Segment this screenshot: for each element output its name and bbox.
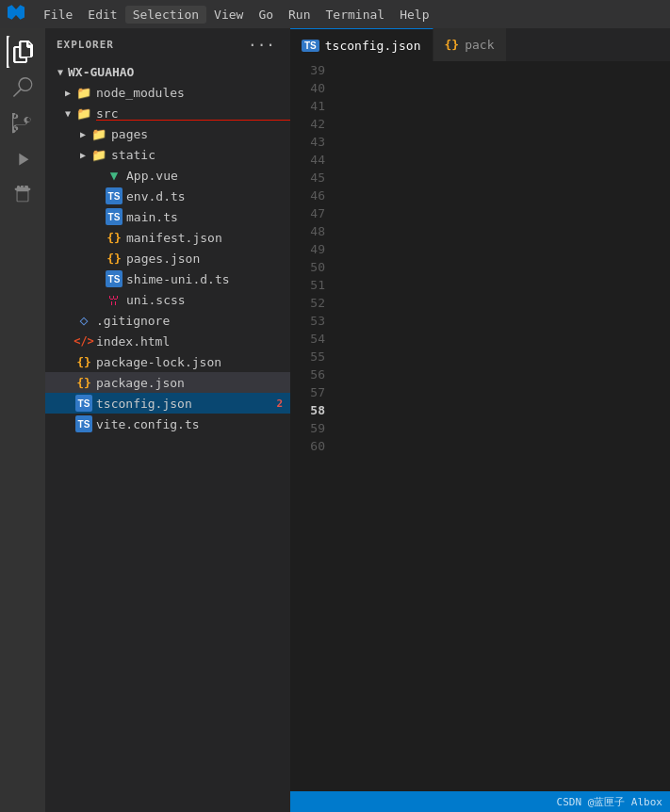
tree-item-app-vue[interactable]: ▶ ▼ App.vue xyxy=(45,165,290,186)
package-json-label: package.json xyxy=(96,376,290,390)
tree-item-package-json[interactable]: ▶ {} package.json xyxy=(45,372,290,393)
activity-files[interactable] xyxy=(7,36,39,68)
tsconfig-badge: 2 xyxy=(276,398,283,410)
pages-json-label: pages.json xyxy=(126,252,290,266)
env-dts-label: env.d.ts xyxy=(126,189,290,203)
tree-item-pages[interactable]: ▶ 📁 pages xyxy=(45,123,290,144)
activity-bar xyxy=(0,28,45,812)
line-number-50: 50 xyxy=(290,258,325,276)
line-number-46: 46 xyxy=(290,187,325,204)
static-label: static xyxy=(111,148,290,162)
tree-item-static[interactable]: ▶ 📁 static xyxy=(45,144,290,165)
uni-scss-icon: ꀕ xyxy=(106,291,123,308)
activity-run-debug[interactable] xyxy=(7,143,39,175)
line-number-45: 45 xyxy=(290,169,325,187)
node-modules-label: node_modules xyxy=(96,86,290,100)
vite-config-ts-icon: TS xyxy=(75,415,92,432)
tree-item-env-dts[interactable]: ▶ TS env.d.ts xyxy=(45,186,290,206)
main-ts-label: main.ts xyxy=(126,210,290,224)
tree-item-src[interactable]: ▼ 📁 src xyxy=(45,103,290,123)
menu-edit[interactable]: Edit xyxy=(80,6,124,24)
static-arrow-icon: ▶ xyxy=(75,147,90,162)
tree-item-main-ts[interactable]: ▶ TS main.ts xyxy=(45,206,290,227)
tree-item-gitignore[interactable]: ▶ ◇ .gitignore xyxy=(45,310,290,331)
main-layout: EXPLORER ··· ▼ WX-GUAHAO ▶ 📁 node_module… xyxy=(0,28,670,812)
menu-view[interactable]: View xyxy=(206,6,251,24)
line-number-41: 41 xyxy=(290,97,325,115)
index-html-label: index.html xyxy=(96,334,290,349)
line-number-42: 42 xyxy=(290,115,325,133)
tree-item-tsconfig-json[interactable]: ▶ TS tsconfig.json 2 xyxy=(45,393,290,414)
line-number-56: 56 xyxy=(290,365,325,383)
package-lock-json-label: package-lock.json xyxy=(96,355,290,369)
line-numbers: 3940414243444546474849505152535455565758… xyxy=(290,61,333,791)
sidebar-title: EXPLORER xyxy=(57,39,114,51)
src-arrow-icon: ▼ xyxy=(60,106,75,121)
tab-json-icon: {} xyxy=(445,38,460,52)
tab-ts-icon: TS xyxy=(302,40,319,52)
editor-area: TS tsconfig.json {} pack 394041424344454… xyxy=(290,28,670,812)
line-number-43: 43 xyxy=(290,133,325,151)
vite-config-ts-label: vite.config.ts xyxy=(96,417,290,431)
sidebar-header: EXPLORER ··· xyxy=(45,28,290,61)
pages-json-icon: {} xyxy=(106,250,123,267)
menu-go[interactable]: Go xyxy=(251,6,281,24)
app-vue-label: App.vue xyxy=(126,169,290,183)
tab-tsconfig-json[interactable]: TS tsconfig.json xyxy=(290,28,433,61)
tab-pack-label: pack xyxy=(465,38,494,52)
tab-bar: TS tsconfig.json {} pack xyxy=(290,28,670,61)
root-folder-label: WX-GUAHAO xyxy=(68,65,290,79)
pages-folder-icon: 📁 xyxy=(90,125,107,142)
menubar: File Edit Selection View Go Run Terminal… xyxy=(0,0,670,28)
index-html-icon: </> xyxy=(75,333,92,349)
tree-item-index-html[interactable]: ▶ </> index.html xyxy=(45,331,290,351)
line-number-59: 59 xyxy=(290,419,325,437)
tsconfig-json-label: tsconfig.json xyxy=(96,397,276,411)
tab-tsconfig-label: tsconfig.json xyxy=(325,39,421,53)
gitignore-label: .gitignore xyxy=(96,314,290,328)
node-modules-folder-icon: 📁 xyxy=(75,84,92,101)
menu-run[interactable]: Run xyxy=(281,6,318,24)
main-ts-icon: TS xyxy=(106,208,123,225)
tree-item-shime-uni-dts[interactable]: ▶ TS shime-uni.d.ts xyxy=(45,268,290,289)
static-folder-icon: 📁 xyxy=(90,146,107,163)
manifest-json-icon: {} xyxy=(106,229,123,246)
tree-item-node-modules[interactable]: ▶ 📁 node_modules xyxy=(45,82,290,103)
line-number-49: 49 xyxy=(290,240,325,258)
line-number-47: 47 xyxy=(290,204,325,222)
activity-extensions[interactable] xyxy=(7,179,39,211)
env-dts-icon: TS xyxy=(106,187,123,204)
tree-item-vite-config-ts[interactable]: ▶ TS vite.config.ts xyxy=(45,414,290,434)
editor-content: 3940414243444546474849505152535455565758… xyxy=(290,61,670,791)
tsconfig-json-icon: TS xyxy=(75,395,92,412)
menu-file[interactable]: File xyxy=(36,6,80,24)
app-vue-icon: ▼ xyxy=(106,167,123,184)
line-number-55: 55 xyxy=(290,348,325,365)
file-tree: ▼ WX-GUAHAO ▶ 📁 node_modules ▼ 📁 src ▶ xyxy=(45,61,290,812)
shime-uni-dts-label: shime-uni.d.ts xyxy=(126,272,290,286)
activity-source-control[interactable] xyxy=(7,107,39,139)
menu-help[interactable]: Help xyxy=(392,6,436,24)
menu-selection[interactable]: Selection xyxy=(125,6,206,24)
tree-item-package-lock-json[interactable]: ▶ {} package-lock.json xyxy=(45,351,290,372)
tree-item-pages-json[interactable]: ▶ {} pages.json xyxy=(45,248,290,268)
tab-pack[interactable]: {} pack xyxy=(433,28,507,61)
pages-arrow-icon: ▶ xyxy=(75,126,90,141)
package-lock-json-icon: {} xyxy=(75,353,92,370)
sidebar-more-button[interactable]: ··· xyxy=(244,34,279,56)
line-number-39: 39 xyxy=(290,61,325,79)
line-number-52: 52 xyxy=(290,294,325,312)
tree-item-uni-scss[interactable]: ▶ ꀕ uni.scss xyxy=(45,289,290,310)
line-number-57: 57 xyxy=(290,383,325,401)
line-number-51: 51 xyxy=(290,276,325,294)
tree-root-folder[interactable]: ▼ WX-GUAHAO xyxy=(45,61,290,82)
line-number-54: 54 xyxy=(290,330,325,348)
uni-scss-label: uni.scss xyxy=(126,293,290,307)
tree-item-manifest-json[interactable]: ▶ {} manifest.json xyxy=(45,227,290,248)
package-json-icon: {} xyxy=(75,374,92,391)
gitignore-icon: ◇ xyxy=(75,312,92,329)
activity-search[interactable] xyxy=(7,72,39,104)
menu-terminal[interactable]: Terminal xyxy=(319,6,393,24)
line-number-40: 40 xyxy=(290,79,325,97)
node-modules-arrow-icon: ▶ xyxy=(60,85,75,100)
